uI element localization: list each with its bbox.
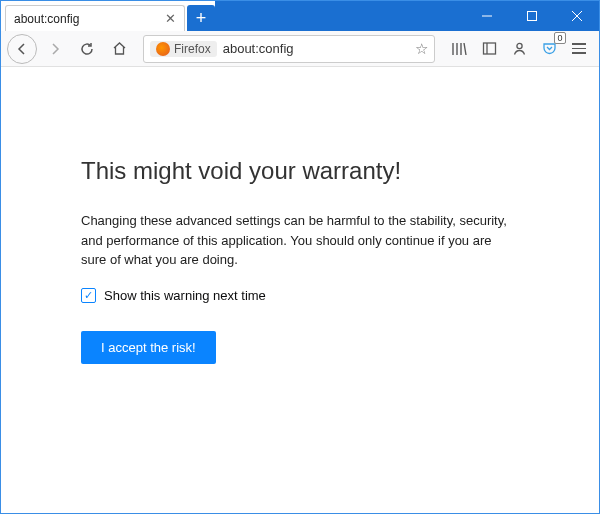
maximize-icon <box>527 11 537 21</box>
warning-body: Changing these advanced settings can be … <box>81 211 519 270</box>
minimize-button[interactable] <box>464 1 509 31</box>
firefox-icon <box>156 42 170 56</box>
window-controls <box>464 1 599 31</box>
account-icon <box>512 41 527 56</box>
tab-title: about:config <box>14 12 159 26</box>
show-warning-label: Show this warning next time <box>104 288 266 303</box>
hamburger-icon <box>572 43 586 54</box>
url-text: about:config <box>223 41 409 56</box>
home-button[interactable] <box>105 35 133 63</box>
back-button[interactable] <box>7 34 37 64</box>
titlebar: about:config ✕ + <box>1 1 599 31</box>
accept-risk-button[interactable]: I accept the risk! <box>81 331 216 364</box>
bookmark-star-icon[interactable]: ☆ <box>415 40 428 58</box>
library-button[interactable] <box>445 35 473 63</box>
titlebar-drag-area <box>215 1 599 31</box>
home-icon <box>112 41 127 56</box>
forward-arrow-icon <box>48 42 62 56</box>
svg-rect-4 <box>483 43 495 54</box>
show-warning-row: ✓ Show this warning next time <box>81 288 519 303</box>
close-tab-icon[interactable]: ✕ <box>165 11 176 26</box>
warning-heading: This might void your warranty! <box>81 157 519 185</box>
svg-point-6 <box>516 43 521 48</box>
identity-label: Firefox <box>174 42 211 56</box>
about-config-warning: This might void your warranty! Changing … <box>1 67 599 364</box>
nav-toolbar: Firefox about:config ☆ 0 <box>1 31 599 67</box>
library-icon <box>451 41 467 57</box>
pocket-badge-count: 0 <box>554 32 566 44</box>
forward-button[interactable] <box>41 35 69 63</box>
toolbar-actions: 0 <box>445 35 593 63</box>
close-window-button[interactable] <box>554 1 599 31</box>
account-button[interactable] <box>505 35 533 63</box>
reload-button[interactable] <box>73 35 101 63</box>
back-arrow-icon <box>15 42 29 56</box>
url-bar[interactable]: Firefox about:config ☆ <box>143 35 435 63</box>
new-tab-button[interactable]: + <box>187 5 215 31</box>
svg-rect-1 <box>527 12 536 21</box>
pocket-button[interactable]: 0 <box>535 35 563 63</box>
identity-box[interactable]: Firefox <box>150 41 217 57</box>
app-menu-button[interactable] <box>565 35 593 63</box>
maximize-button[interactable] <box>509 1 554 31</box>
reload-icon <box>80 42 94 56</box>
browser-tab[interactable]: about:config ✕ <box>5 5 185 31</box>
sidebar-icon <box>482 41 497 56</box>
close-icon <box>572 11 582 21</box>
minimize-icon <box>482 11 492 21</box>
sidebar-button[interactable] <box>475 35 503 63</box>
tab-strip: about:config ✕ + <box>1 1 599 31</box>
show-warning-checkbox[interactable]: ✓ <box>81 288 96 303</box>
